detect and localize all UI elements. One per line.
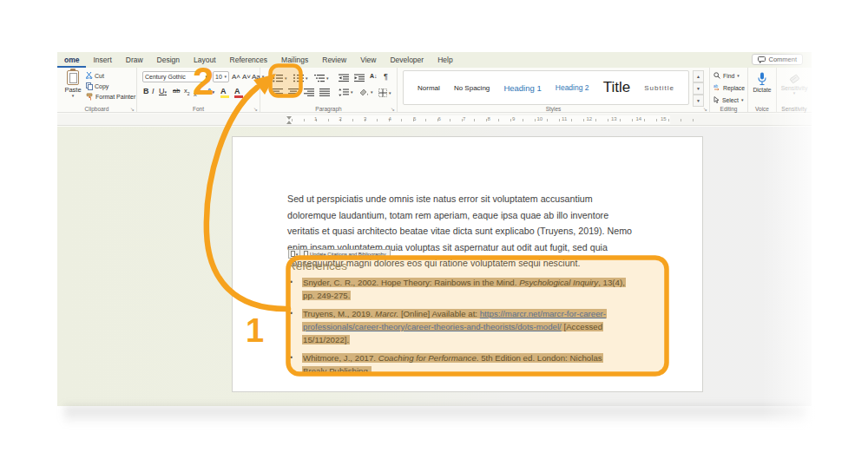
grow-font-button[interactable]: A˄ <box>232 73 240 81</box>
font-family-combo[interactable]: Century Gothic▾ <box>142 71 210 82</box>
ribbon-tab-draw[interactable]: Draw <box>119 53 150 68</box>
replace-label: Replace <box>723 85 745 91</box>
selection-highlight: Brealy Publishing. <box>302 366 372 376</box>
decrease-indent-button[interactable] <box>339 74 349 82</box>
increase-indent-button[interactable] <box>354 74 365 82</box>
paragraph-line: veritatis et quasi architecto beatae vit… <box>287 223 680 239</box>
ribbon-tab-insert[interactable]: Insert <box>86 53 118 68</box>
style-no-spacing[interactable]: No Spacing <box>454 84 490 92</box>
replace-icon: ab <box>713 84 720 91</box>
update-citations-button[interactable]: Update Citations and Bibliography <box>300 249 391 259</box>
justify-icon <box>319 89 330 96</box>
multilevel-list-button[interactable]: ▾ <box>314 74 329 82</box>
align-left-button[interactable] <box>273 89 283 96</box>
field-options-button[interactable]: ▾ <box>288 249 300 259</box>
cut-label: Cut <box>95 73 104 79</box>
document-page[interactable]: Sed ut perspiciatis unde omnis iste natu… <box>232 136 703 392</box>
select-label: Select <box>722 97 739 103</box>
increase-indent-icon <box>354 74 365 82</box>
align-center-button[interactable] <box>288 89 299 96</box>
underline-button[interactable]: U▾ <box>159 86 167 96</box>
comment-button[interactable]: Comment <box>752 54 803 65</box>
clipboard-dialog-launcher[interactable]: ↘ <box>130 106 135 112</box>
paste-button[interactable]: Paste ▾ <box>62 70 84 108</box>
shading-button[interactable]: ▾ <box>359 89 373 96</box>
line-spacing-button[interactable]: ▾ <box>339 89 353 96</box>
style-heading-1[interactable]: Heading 1 <box>503 83 541 93</box>
reference-link[interactable]: https://marcr.net/marcr-for-career- <box>480 309 606 318</box>
paragraph-dialog-launcher[interactable]: ↘ <box>391 106 395 112</box>
bold-button[interactable]: B <box>143 86 149 96</box>
select-button[interactable]: Select▾ <box>713 96 743 103</box>
shrink-font-button[interactable]: A˅ <box>242 73 251 81</box>
styles-scroll-up[interactable]: ▲ <box>693 70 704 82</box>
borders-button[interactable]: ▾ <box>378 89 391 97</box>
ribbon-tab-view[interactable]: View <box>353 53 383 68</box>
selection-highlight: Truyens, M., 2019. Marcr. [Online] Avail… <box>302 309 607 318</box>
select-icon <box>713 96 720 103</box>
ribbon-tab-references[interactable]: References <box>223 53 274 68</box>
ribbon-tab-design[interactable]: Design <box>150 53 187 68</box>
format-painter-icon <box>86 93 94 101</box>
cut-button[interactable]: Cut <box>86 72 104 79</box>
selection-highlight: Whitmore, J., 2017. Coaching for Perform… <box>302 353 603 363</box>
ribbon-tab-mailings[interactable]: Mailings <box>274 53 315 68</box>
pilcrow-icon: ¶ <box>384 72 388 81</box>
italic-button[interactable]: I <box>152 86 155 96</box>
ruler-number: 1 <box>314 116 317 121</box>
align-right-icon <box>304 89 314 96</box>
comment-icon <box>758 56 766 63</box>
highlight-color-button[interactable]: A <box>220 86 229 98</box>
copy-button[interactable]: Copy <box>86 82 108 90</box>
ruler-number: 10 <box>537 116 543 121</box>
ruler-number: 9 <box>512 116 515 121</box>
ribbon-tab-help[interactable]: Help <box>431 53 459 68</box>
group-label-sensitivity: Sensitivity <box>777 106 812 112</box>
sensitivity-button[interactable]: Sensitivity ▾ <box>777 72 812 95</box>
references-list[interactable]: •Snyder, C. R., 2002. Hope Theory: Rainb… <box>302 276 694 383</box>
sort-icon: A↓ <box>370 73 378 79</box>
font-color-button[interactable]: A <box>234 86 243 98</box>
paste-caret-icon: ▾ <box>72 94 75 98</box>
numbering-button[interactable]: ▾ <box>293 74 308 82</box>
sort-button[interactable]: A↓ <box>370 73 378 79</box>
styles-scroll-down[interactable]: ▼ <box>693 82 704 95</box>
style-heading-2[interactable]: Heading 2 <box>556 83 589 92</box>
ribbon-tab-developer[interactable]: Developer <box>383 53 431 68</box>
ribbon-tab-ome[interactable]: ome <box>57 53 86 68</box>
reference-link[interactable]: professionals/career-theory/career-theor… <box>303 322 562 331</box>
paste-clipboard-icon <box>67 70 79 85</box>
font-dialog-launcher[interactable]: ↘ <box>253 106 258 112</box>
bullets-icon <box>273 74 283 82</box>
bullets-button[interactable]: ▾ <box>273 74 287 82</box>
ruler-number: 13 <box>611 116 617 121</box>
show-hide-pilcrow-button[interactable]: ¶ <box>384 72 388 81</box>
styles-dialog-launcher[interactable]: ↘ <box>703 106 707 112</box>
format-painter-label: Format Painter <box>95 94 135 100</box>
style-title[interactable]: Title <box>603 79 631 96</box>
style-subtitle[interactable]: Subtitle <box>644 84 674 92</box>
subscript-button[interactable]: x2 <box>184 86 190 99</box>
format-painter-button[interactable]: Format Painter <box>86 93 135 101</box>
ribbon-tab-layout[interactable]: Layout <box>187 53 223 68</box>
paragraph-line: doloremque laudantium, totam rem aperiam… <box>287 207 680 224</box>
superscript-button[interactable]: x2 <box>194 86 200 100</box>
strikethrough-button[interactable]: ab <box>173 86 180 96</box>
style-normal[interactable]: Normal <box>418 84 440 92</box>
align-right-button[interactable] <box>304 89 314 96</box>
horizontal-ruler[interactable]: 123456789101112131415 <box>57 114 812 126</box>
replace-button[interactable]: ab Replace <box>713 84 745 91</box>
reference-line: pp. 249-275. <box>302 289 694 302</box>
justify-button[interactable] <box>319 89 330 96</box>
ruler-number: 11 <box>562 116 567 121</box>
dictate-button[interactable]: Dictate <box>748 72 776 93</box>
reference-line: Whitmore, J., 2017. Coaching for Perform… <box>302 351 694 364</box>
font-size-combo[interactable]: 10▾ <box>213 71 229 82</box>
hanging-indent-marker[interactable] <box>286 121 292 124</box>
styles-gallery-more[interactable]: ▼ <box>693 95 704 107</box>
find-button[interactable]: Find▾ <box>713 72 740 79</box>
text-effects-button[interactable]: A▾ <box>207 86 214 96</box>
ruler-number: 8 <box>488 116 490 121</box>
ribbon-tab-review[interactable]: Review <box>315 53 353 68</box>
first-line-indent-marker[interactable] <box>286 116 292 120</box>
